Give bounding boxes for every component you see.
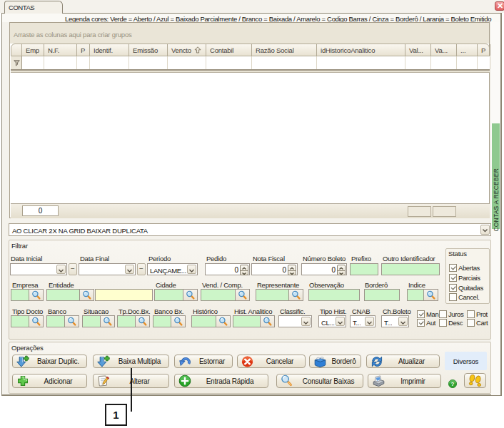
svg-text:?: ? xyxy=(451,381,455,387)
